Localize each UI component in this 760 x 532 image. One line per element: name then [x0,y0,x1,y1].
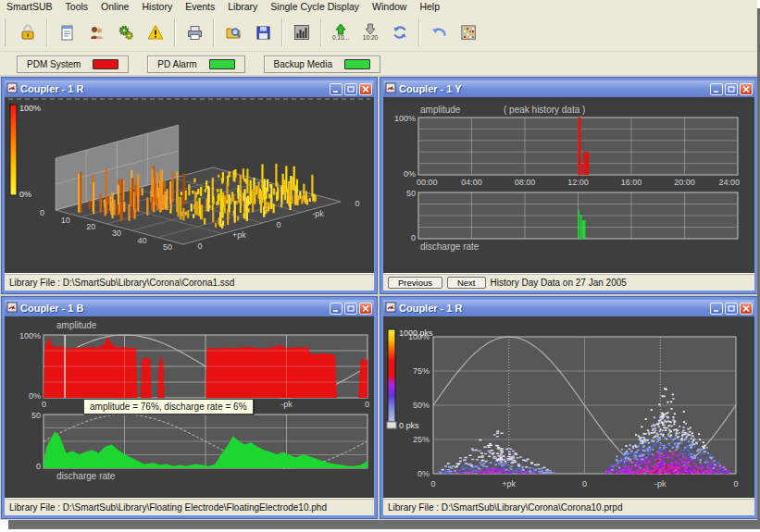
history-day-text: History Day Data on 27 Jan 2005 [491,278,627,288]
next-button[interactable]: Next [447,277,486,289]
menu-help[interactable]: Help [413,1,446,12]
titlebar[interactable]: Coupler - 1 Y [383,80,754,97]
svg-text:0: 0 [276,220,280,229]
coupler-1r-prpd-chart[interactable]: 1000 pks0 pks100%75%50%25%0%0+pk0-pk0 [383,316,754,498]
menu-online[interactable]: Online [94,1,135,12]
download-label: 10:20 [363,35,378,41]
svg-text:24:00: 24:00 [718,178,740,187]
svg-text:0%: 0% [19,190,31,199]
close-icon[interactable] [740,83,753,95]
titlebar[interactable]: Coupler - 1 R [383,300,754,316]
download-button[interactable]: 10:20 [356,15,384,50]
window-coupler-1r-3d: Coupler - 1 R 100%0%010203040500+pk0-pk0… [2,78,377,293]
matrix-grid-icon [459,23,478,42]
users-button[interactable] [82,15,110,50]
toolbar-separator [174,19,176,46]
peak-history-caption: ( peak history data ) [504,105,585,115]
backup-media-label: Backup Media [274,59,332,69]
minimize-button[interactable] [330,83,343,95]
upload-button[interactable]: 0.10... [327,15,355,50]
library-file-path: Library File : D:\SmartSub\Library\Coron… [388,502,622,513]
maximize-button[interactable] [725,303,738,315]
close-icon[interactable] [359,303,372,315]
amplitude-axis-title: amplitude [420,105,460,115]
svg-text:0: 0 [40,208,44,217]
pdm-system-indicator: PDM System [17,56,129,73]
histogram-button[interactable] [288,15,316,50]
refresh-button[interactable] [386,15,414,50]
amplitude-axis-title: amplitude [56,320,96,330]
svg-text:-pk: -pk [312,209,324,218]
menu-bar: SmartSUB Tools Online History Events Lib… [0,0,757,13]
browse-button[interactable] [219,15,247,50]
close-icon[interactable] [740,303,753,315]
titlebar[interactable]: Coupler - 1 R [5,80,374,97]
users-icon [87,23,106,42]
window-coupler-1b-prpd: Coupler - 1 B 100%0%0+pk0-pk0500 amplitu… [2,297,377,518]
maximize-button[interactable] [344,303,357,315]
settings-gears-icon [117,23,135,42]
svg-text:0: 0 [36,462,41,471]
menu-events[interactable]: Events [179,1,221,12]
svg-text:12:00: 12:00 [567,178,589,187]
menu-history[interactable]: History [135,1,179,12]
previous-button[interactable]: Previous [388,277,442,289]
minimize-button[interactable] [330,303,343,315]
undo-icon [430,23,448,42]
svg-text:-pk: -pk [654,479,667,489]
svg-text:100%: 100% [408,332,430,341]
menu-window[interactable]: Window [366,1,413,12]
alarm-button[interactable] [142,15,169,50]
menu-smartsub[interactable]: SmartSUB [0,1,59,12]
window-statusbar: Library File : D:\SmartSub\Library\Float… [5,498,374,515]
coupler-1r-3d-chart[interactable]: 100%0%010203040500+pk0-pk0 [5,97,374,273]
minimize-button[interactable] [710,303,723,315]
chart-panel-3d: 100%0%010203040500+pk0-pk0 [5,97,374,273]
report-button[interactable] [53,15,81,50]
svg-text:100%: 100% [394,114,416,123]
svg-text:0%: 0% [29,391,41,401]
maximize-button[interactable] [344,83,357,95]
svg-text:30: 30 [112,229,121,238]
svg-text:0: 0 [365,400,369,409]
close-icon[interactable] [359,83,372,95]
window-icon [6,300,18,316]
svg-text:0: 0 [733,479,738,489]
svg-text:04:00: 04:00 [461,178,482,187]
browse-search-icon [224,23,243,42]
settings-button[interactable] [112,15,140,50]
matrix-button[interactable] [455,15,482,50]
window-icon [385,300,396,316]
menu-library[interactable]: Library [221,1,264,12]
lock-button[interactable] [14,15,42,50]
svg-text:40: 40 [137,236,146,245]
print-button[interactable] [181,15,208,50]
toolbar-grip[interactable] [4,19,9,46]
window-icon [6,80,18,97]
svg-text:50: 50 [406,189,416,198]
window-title: Coupler - 1 R [20,83,327,94]
menu-single-cycle-display[interactable]: Single Cycle Display [264,1,366,12]
svg-text:0: 0 [355,199,359,208]
minimize-button[interactable] [710,83,723,95]
save-button[interactable] [249,15,277,50]
svg-text:20:00: 20:00 [674,178,695,187]
menu-tools[interactable]: Tools [59,1,95,12]
discharge-rate-axis-title: discharge rate [420,241,479,252]
upload-label: 0.10... [332,35,349,41]
discharge-rate-axis-title: discharge rate [56,471,115,481]
pd-alarm-label: PD Alarm [157,59,196,69]
lock-icon [19,23,37,42]
svg-text:0 pks: 0 pks [399,421,419,430]
svg-text:00:00: 00:00 [417,178,438,187]
toolbar-separator [281,19,283,46]
chart-panel-density: 1000 pks0 pks100%75%50%25%0%0+pk0-pk0 [383,316,754,498]
undo-button[interactable] [425,15,453,50]
svg-text:75%: 75% [413,366,430,376]
window-title: Coupler - 1 R [399,303,707,314]
report-icon [57,23,76,42]
refresh-icon [391,23,409,42]
maximize-button[interactable] [725,83,738,95]
svg-text:0: 0 [430,479,435,489]
titlebar[interactable]: Coupler - 1 B [5,300,374,316]
